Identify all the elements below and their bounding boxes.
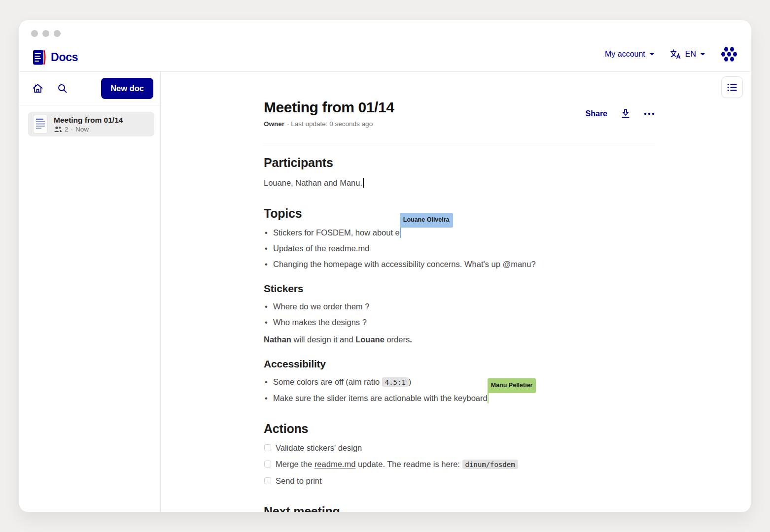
code-span: dinum/fosdem [462,460,518,469]
collab-caret [400,228,401,238]
docs-logo-icon [32,49,46,66]
section-heading-next-meeting: Next meeting [264,505,655,512]
chevron-down-icon [700,53,705,56]
list-item: Make sure the slider items are actionabl… [264,392,655,404]
search-button[interactable] [57,83,68,94]
updated-time: Now [75,126,89,133]
my-account-menu[interactable]: My account [605,50,655,59]
members-icon [54,126,62,133]
section-heading-accessibility: Accessibility [264,359,655,369]
app-header: Docs My account E [19,20,751,72]
section-heading-topics: Topics [264,207,655,220]
task-list: Validate stickers' design Merge the read… [264,442,655,487]
home-button[interactable] [32,83,43,94]
document-thumbnail-icon [33,115,48,133]
document-list: Meeting from 01/14 2 [19,105,160,143]
app-title: Docs [51,51,78,64]
list-item: Updates of the readme.md [264,242,655,255]
sidebar-toolbar: New doc [19,72,160,105]
task-checkbox[interactable] [264,461,271,467]
document-header: Meeting from 01/14 Owner · Last update: … [264,72,655,128]
accessibility-list: Some colors are off (aim ratio 4.5:1) Ma… [264,376,655,404]
language-switcher[interactable]: EN [669,49,705,60]
task-checkbox[interactable] [264,477,271,484]
more-options-button[interactable] [644,112,655,115]
table-of-contents-button[interactable] [721,76,743,98]
my-account-label: My account [605,50,645,59]
list-item: Who makes the designs ? [264,316,655,329]
collab-cursor-name: Manu Pelletier [488,378,536,393]
owner-badge: Owner [264,120,284,128]
task-item: Merge the readme.md update. The readme i… [264,458,655,471]
text-caret [363,178,364,188]
stickers-note: Nathan will design it and Louane orders. [264,333,655,346]
search-icon [57,83,68,94]
collab-caret [488,393,489,403]
window-control-dot [42,30,49,37]
section-heading-participants: Participants [264,156,655,169]
list-item: Some colors are off (aim ratio 4.5:1) [264,376,655,389]
collab-cursor-louane: Louane Oliveira [400,228,401,238]
topics-list: Stickers for FOSDEM, how about eLouane O… [264,227,655,270]
task-checkbox[interactable] [264,444,271,451]
meta-separator: · [71,126,73,133]
collab-cursor-name: Louane Oliveira [400,213,453,228]
readme-link[interactable]: readme.md [315,460,355,468]
last-update-text: · Last update: 0 seconds ago [287,120,373,128]
section-heading-actions: Actions [264,422,655,435]
participants-text: Louane, Nathan and Manu. [264,177,655,189]
sidebar: New doc Meeting [19,72,161,512]
window-control-dot [31,30,38,37]
list-item: Stickers for FOSDEM, how about eLouane O… [264,227,655,239]
chevron-down-icon [649,53,655,56]
new-doc-button[interactable]: New doc [101,78,153,99]
document-item-title: Meeting from 01/14 [54,116,123,125]
document-pane: Meeting from 01/14 Owner · Last update: … [161,72,751,512]
document-meta: Owner · Last update: 0 seconds ago [264,120,655,128]
ellipsis-icon [644,112,655,115]
editor-content[interactable]: Participants Louane, Nathan and Manu. To… [264,143,655,512]
document-list-item[interactable]: Meeting from 01/14 2 [28,112,154,136]
list-item: Where do we order them ? [264,300,655,313]
stickers-list: Where do we order them ? Who makes the d… [264,300,655,329]
list-icon [727,83,737,92]
window-controls [31,30,61,37]
share-button[interactable]: Share [586,109,607,118]
code-span: 4.5:1 [382,377,409,387]
task-item: Validate stickers' design [264,442,655,454]
download-icon [621,108,630,119]
task-item: Send to print [264,475,655,487]
document-actions: Share [586,108,655,119]
window-control-dot [54,30,61,37]
docs-logo[interactable]: Docs [32,49,78,66]
waffle-icon [720,46,738,63]
home-icon [32,83,43,94]
members-count: 2 [65,126,69,133]
translate-icon [669,49,681,60]
language-label: EN [685,50,696,59]
collab-cursor-manu: Manu Pelletier [488,393,489,403]
apps-waffle-button[interactable] [720,46,738,63]
list-item: Changing the homepage with accessibility… [264,258,655,270]
app-window: Docs My account E [19,20,751,512]
download-button[interactable] [621,108,630,119]
section-heading-stickers: Stickers [264,283,655,294]
